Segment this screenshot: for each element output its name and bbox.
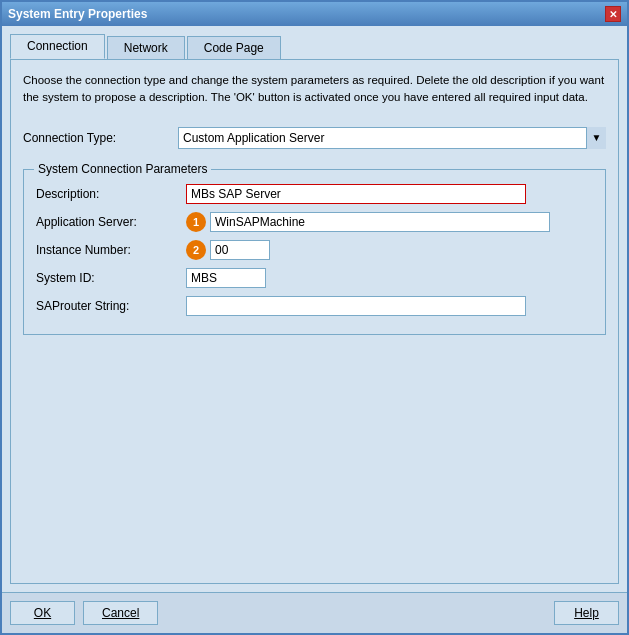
window-body: Connection Network Code Page Choose the … bbox=[2, 26, 627, 592]
saprouter-row: SAProuter String: bbox=[36, 296, 593, 316]
group-box-title: System Connection Parameters bbox=[34, 162, 211, 176]
instance-number-label: Instance Number: bbox=[36, 243, 186, 257]
system-id-row: System ID: bbox=[36, 268, 593, 288]
tab-bar: Connection Network Code Page bbox=[10, 34, 619, 59]
title-bar: System Entry Properties ✕ bbox=[2, 2, 627, 26]
saprouter-input[interactable] bbox=[186, 296, 526, 316]
system-entry-properties-window: System Entry Properties ✕ Connection Net… bbox=[0, 0, 629, 635]
connection-type-select-wrapper: Custom Application ServerGroup/Server Se… bbox=[178, 127, 606, 149]
description-text: Choose the connection type and change th… bbox=[23, 72, 606, 107]
application-server-input[interactable] bbox=[210, 212, 550, 232]
tab-content: Choose the connection type and change th… bbox=[10, 59, 619, 584]
saprouter-input-wrapper bbox=[186, 296, 526, 316]
connection-type-label: Connection Type: bbox=[23, 131, 178, 145]
tab-network[interactable]: Network bbox=[107, 36, 185, 59]
saprouter-label: SAProuter String: bbox=[36, 299, 186, 313]
instance-number-input[interactable] bbox=[210, 240, 270, 260]
instance-number-row: Instance Number: 2 bbox=[36, 240, 593, 260]
instance-number-input-wrapper: 2 bbox=[186, 240, 270, 260]
description-input[interactable] bbox=[186, 184, 526, 204]
application-server-label: Application Server: bbox=[36, 215, 186, 229]
ok-button[interactable]: OK bbox=[10, 601, 75, 625]
left-buttons: OK Cancel bbox=[10, 601, 158, 625]
cancel-button[interactable]: Cancel bbox=[83, 601, 158, 625]
system-id-input[interactable] bbox=[186, 268, 266, 288]
connection-type-select[interactable]: Custom Application ServerGroup/Server Se… bbox=[178, 127, 606, 149]
badge-1: 1 bbox=[186, 212, 206, 232]
connection-type-row: Connection Type: Custom Application Serv… bbox=[23, 127, 606, 149]
tab-codepage[interactable]: Code Page bbox=[187, 36, 281, 59]
description-input-wrapper bbox=[186, 184, 526, 204]
window-title: System Entry Properties bbox=[8, 7, 147, 21]
close-button[interactable]: ✕ bbox=[605, 6, 621, 22]
application-server-input-wrapper: 1 bbox=[186, 212, 550, 232]
badge-2: 2 bbox=[186, 240, 206, 260]
description-label: Description: bbox=[36, 187, 186, 201]
system-id-label: System ID: bbox=[36, 271, 186, 285]
system-connection-parameters-group: System Connection Parameters Description… bbox=[23, 169, 606, 335]
help-button[interactable]: Help bbox=[554, 601, 619, 625]
application-server-row: Application Server: 1 bbox=[36, 212, 593, 232]
tab-connection[interactable]: Connection bbox=[10, 34, 105, 59]
button-bar: OK Cancel Help bbox=[2, 592, 627, 633]
description-row: Description: bbox=[36, 184, 593, 204]
system-id-input-wrapper bbox=[186, 268, 266, 288]
